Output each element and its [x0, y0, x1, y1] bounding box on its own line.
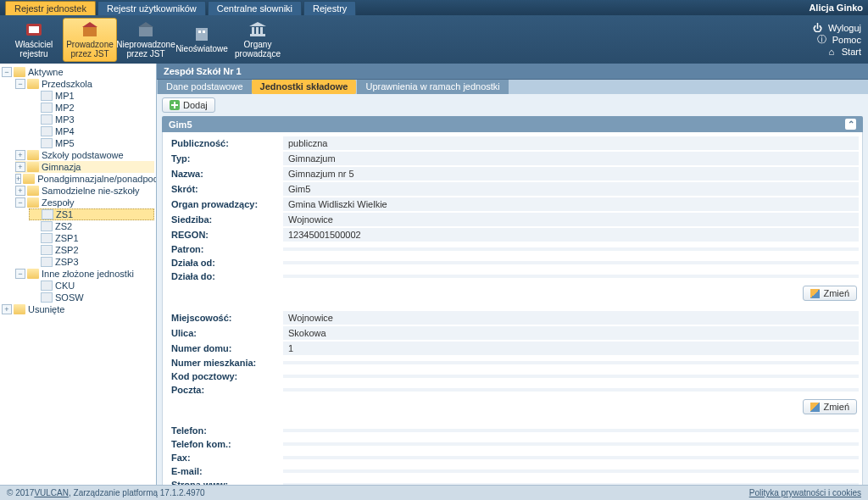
- tree-leaf-zs1[interactable]: ZS1: [29, 208, 154, 220]
- field-row: Numer mieszkania:: [166, 356, 859, 369]
- jst-led-icon: [80, 21, 100, 38]
- header-link-wyloguj[interactable]: ⏻Wyloguj: [813, 23, 861, 33]
- subtab-0[interactable]: Dane podstawowe: [158, 80, 252, 94]
- tree-leaf-mp2[interactable]: MP2: [29, 102, 154, 114]
- svg-rect-4: [139, 26, 153, 36]
- tree-leaf-zs2[interactable]: ZS2: [29, 220, 154, 232]
- tree-leaf-zsp1[interactable]: ZSP1: [29, 232, 154, 244]
- footer-vendor-link[interactable]: VULCAN: [34, 488, 69, 497]
- field-value: Gimnazjum nr 5: [283, 167, 859, 181]
- field-row: Typ:Gimnazjum: [166, 151, 859, 166]
- field-row: Skrót:Gim5: [166, 181, 859, 197]
- svg-marker-5: [138, 22, 153, 27]
- sidebar-tree[interactable]: −Aktywne −Przedszkola MP1 MP2 MP3 MP4 MP…: [0, 64, 157, 485]
- ribbon-button-4[interactable]: Organy prowadzące: [231, 18, 285, 62]
- tree-node-aktywne[interactable]: −Aktywne: [2, 66, 154, 78]
- tree-node-przedszkola[interactable]: −Przedszkola: [15, 78, 154, 90]
- field-value: [283, 442, 859, 446]
- field-row: Miejscowość:Wojnowice: [166, 310, 859, 325]
- home-icon: ⌂: [826, 47, 837, 57]
- field-value: [283, 429, 859, 432]
- top-tab-1[interactable]: Rejestr użytkowników: [97, 1, 206, 15]
- footer-copyright-suffix: , Zarządzanie platformą 17.1.2.4970: [69, 488, 205, 497]
- section-header: Gim5 ⌃: [162, 116, 863, 132]
- tree-node-usuniete[interactable]: +Usunięte: [2, 303, 154, 315]
- tree-leaf-zsp3[interactable]: ZSP3: [29, 256, 154, 268]
- field-row: Ulica:Skokowa: [166, 325, 859, 341]
- tree-leaf-sosw[interactable]: SOSW: [29, 292, 154, 303]
- field-label: Kod pocztowy:: [166, 369, 283, 383]
- field-row: Organ prowadzący:Gmina Widliszki Wielkie: [166, 197, 859, 212]
- svg-rect-2: [83, 26, 97, 36]
- tree-node-inne[interactable]: −Inne złożone jednostki: [15, 268, 154, 280]
- ribbon-button-0[interactable]: Właściciel rejestru: [7, 18, 61, 62]
- field-value: [283, 456, 859, 459]
- field-label: Skrót:: [166, 182, 283, 196]
- header-link-pomoc[interactable]: ⓘPomoc: [813, 35, 861, 45]
- ribbon-button-2[interactable]: Nieprowadzoneprzez JST: [119, 18, 173, 62]
- field-label: Numer mieszkania:: [166, 356, 283, 369]
- tree-leaf-mp1[interactable]: MP1: [29, 90, 154, 102]
- tree-node-zespoly[interactable]: −Zespoły: [15, 197, 154, 208]
- add-button-label: Dodaj: [183, 100, 208, 110]
- top-menu: Rejestr jednostekRejestr użytkownikówCen…: [0, 0, 868, 15]
- field-value: [283, 388, 859, 392]
- footer-copyright-prefix: © 2017: [7, 488, 34, 497]
- tree-leaf-mp3[interactable]: MP3: [29, 114, 154, 125]
- tree-leaf-zsp2[interactable]: ZSP2: [29, 244, 154, 256]
- ribbon-button-label: Organy prowadzące: [231, 40, 285, 58]
- footer-privacy-link[interactable]: Polityka prywatności i cookies: [749, 488, 861, 497]
- ribbon-button-3[interactable]: Nieoświatowe: [175, 18, 229, 62]
- top-tab-0[interactable]: Rejestr jednostek: [5, 1, 96, 15]
- plus-icon: [170, 100, 180, 110]
- field-row: Strona www:: [166, 478, 859, 485]
- ribbon-toolbar: Właściciel rejestruProwadzoneprzez JSTNi…: [0, 15, 868, 64]
- tree-leaf-mp5[interactable]: MP5: [29, 137, 154, 149]
- field-label: Działa od:: [166, 256, 283, 269]
- tree-leaf-cku[interactable]: CKU: [29, 280, 154, 292]
- field-row: Działa do:: [166, 269, 859, 283]
- ribbon-button-1[interactable]: Prowadzoneprzez JST: [63, 18, 117, 62]
- field-value: [283, 261, 859, 264]
- change-button[interactable]: Zmień: [803, 399, 857, 414]
- field-row: Poczta:: [166, 383, 859, 397]
- collapse-icon[interactable]: ⌃: [845, 119, 856, 130]
- field-label: REGON:: [166, 228, 283, 242]
- field-row: Siedziba:Wojnowice: [166, 212, 859, 227]
- field-label: Siedziba:: [166, 213, 283, 226]
- field-value: [283, 275, 859, 278]
- top-tab-3[interactable]: Rejestry: [303, 1, 356, 15]
- field-row: Publiczność:publiczna: [166, 136, 859, 151]
- header-link-start[interactable]: ⌂Start: [813, 47, 861, 57]
- subtab-1[interactable]: Jednostki składowe: [252, 80, 357, 94]
- field-label: Poczta:: [166, 383, 283, 397]
- panel-title: Zespół Szkół Nr 1: [157, 64, 868, 80]
- field-label: Nazwa:: [166, 167, 283, 181]
- field-label: Patron:: [166, 242, 283, 256]
- field-value: Gimnazjum: [283, 152, 859, 165]
- change-button-label: Zmień: [823, 402, 849, 412]
- top-tab-2[interactable]: Centralne słowniki: [208, 1, 302, 15]
- field-label: E-mail:: [166, 464, 283, 478]
- field-row: Działa od:: [166, 256, 859, 269]
- logout-icon: ⏻: [813, 23, 823, 33]
- field-value: publiczna: [283, 136, 859, 150]
- field-value: [283, 469, 859, 473]
- field-value: 12345001500002: [283, 228, 859, 242]
- field-value: Wojnowice: [283, 311, 859, 325]
- tree-node-ponad[interactable]: +Ponadgimnazjalne/ponadpodstawowe: [15, 173, 154, 185]
- svg-rect-6: [196, 28, 208, 41]
- subtab-2[interactable]: Uprawnienia w ramach jednostki: [357, 80, 508, 94]
- field-row: Patron:: [166, 242, 859, 256]
- field-label: Fax:: [166, 451, 283, 464]
- owner-icon: [24, 21, 44, 38]
- tree-node-gimnazja[interactable]: +Gimnazja: [15, 161, 154, 173]
- add-button[interactable]: Dodaj: [162, 97, 215, 113]
- tree-node-samodzielne[interactable]: +Samodzielne nie-szkoły: [15, 185, 154, 197]
- field-row: Telefon:: [166, 424, 859, 437]
- tree-node-szkoly[interactable]: +Szkoły podstawowe: [15, 149, 154, 161]
- section-title: Gim5: [169, 119, 192, 130]
- field-row: Nazwa:Gimnazjum nr 5: [166, 166, 859, 181]
- change-button[interactable]: Zmień: [803, 286, 857, 301]
- tree-leaf-mp4[interactable]: MP4: [29, 125, 154, 137]
